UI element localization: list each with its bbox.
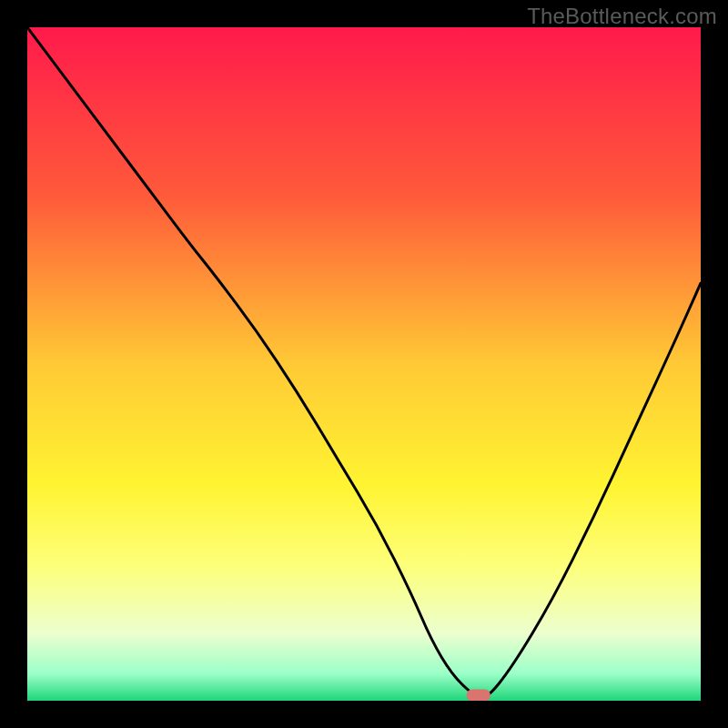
bottleneck-chart: [27, 27, 701, 701]
gradient-background: [27, 27, 701, 701]
chart-stage: TheBottleneck.com: [0, 0, 728, 728]
watermark-text: TheBottleneck.com: [527, 4, 717, 29]
optimal-marker: [467, 690, 490, 701]
